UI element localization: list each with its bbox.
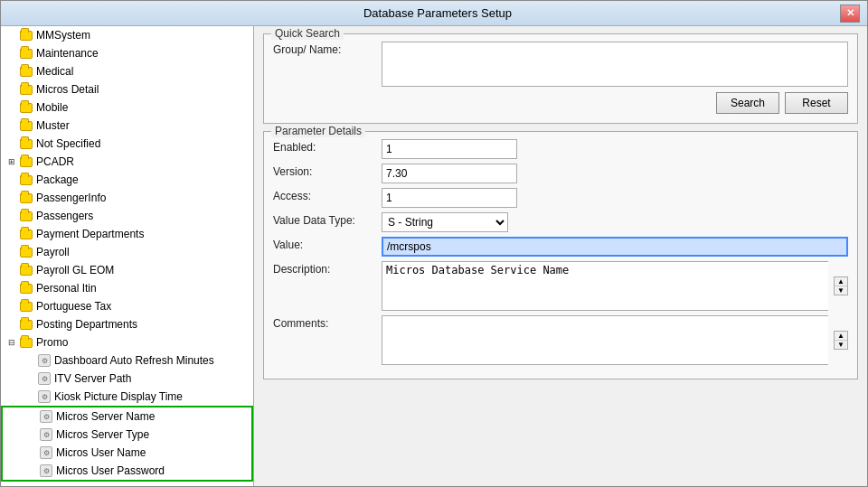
folder-icon-muster	[19, 118, 33, 133]
value-control	[382, 237, 848, 257]
tree-item-microsservername[interactable]: Micros Server Name	[3, 407, 251, 426]
parameter-details-title: Parameter Details	[271, 125, 365, 137]
value-data-type-label: Value Data Type:	[273, 212, 382, 227]
tree-item-muster[interactable]: Muster	[1, 117, 253, 135]
tree-item-microsservertype[interactable]: Micros Server Type	[3, 426, 251, 444]
expander-microsservertype	[24, 427, 39, 442]
comments-textarea[interactable]	[382, 315, 828, 365]
expander-pcadr[interactable]: ⊞	[5, 155, 19, 169]
tree-label-microsservername: Micros Server Name	[56, 410, 155, 423]
expander-dashboardautorefresh	[23, 353, 37, 368]
group-name-input[interactable]	[382, 42, 848, 87]
tree-label-microsdetail: Micros Detail	[36, 83, 99, 96]
access-label: Access:	[273, 188, 382, 202]
tree-label-mmsystem: MMSystem	[36, 29, 90, 42]
tree-label-dashboardautorefresh: Dashboard Auto Refresh Minutes	[54, 354, 214, 367]
tree-label-kioskpicturedisplaytime: Kiosk Picture Display Time	[54, 390, 183, 403]
description-label: Description:	[273, 261, 382, 276]
tree-label-microsservertype: Micros Server Type	[56, 428, 149, 441]
version-input[interactable]	[382, 164, 517, 183]
description-textarea[interactable]: Micros Database Service Name	[382, 261, 828, 311]
close-button[interactable]: ✕	[840, 5, 860, 23]
tree-label-mobile: Mobile	[36, 101, 68, 114]
expander-mmsystem	[5, 28, 19, 42]
tree-label-payroll: Payroll	[36, 246, 70, 258]
version-control	[382, 164, 848, 183]
folder-icon-maintenance	[19, 46, 33, 61]
tree-item-maintenance[interactable]: Maintenance	[1, 44, 253, 62]
expander-kioskpicturedisplaytime	[23, 389, 37, 404]
folder-icon-package	[19, 173, 33, 187]
comments-label: Comments:	[273, 315, 382, 330]
description-scroll-down[interactable]: ▼	[835, 286, 847, 295]
comments-scroll-up[interactable]: ▲	[835, 332, 847, 341]
enabled-input[interactable]	[382, 139, 517, 159]
expander-package	[5, 173, 19, 187]
tree-item-mobile[interactable]: Mobile	[1, 98, 253, 117]
expander-personalitin	[5, 281, 19, 295]
tree-item-notspecified[interactable]: Not Specified	[1, 135, 253, 153]
expander-postingdepartments	[5, 317, 19, 332]
tree-item-itvserverpath[interactable]: ITV Server Path	[1, 370, 253, 388]
folder-icon-postingdepartments	[19, 317, 33, 332]
tree-label-payrollgleom: Payroll GL EOM	[36, 264, 114, 276]
folder-icon-personalitin	[19, 281, 33, 295]
description-scroll-up[interactable]: ▲	[835, 277, 847, 286]
tree-item-postingdepartments[interactable]: Posting Departments	[1, 315, 253, 333]
access-row: Access:	[273, 188, 848, 208]
tree-item-payrollgleom[interactable]: Payroll GL EOM	[1, 261, 253, 279]
tree-item-paymentdepartments[interactable]: Payment Departments	[1, 225, 253, 243]
tree-label-microsuserpassword: Micros User Password	[56, 464, 165, 477]
tree-item-dashboardautorefresh[interactable]: Dashboard Auto Refresh Minutes	[1, 351, 253, 370]
folder-icon-notspecified	[19, 136, 33, 151]
enabled-control	[382, 139, 848, 159]
access-input[interactable]	[382, 188, 517, 208]
folder-icon-paymentdepartments	[19, 227, 33, 241]
tree-item-microsusername[interactable]: Micros User Name	[3, 444, 251, 462]
tree-item-medical[interactable]: Medical	[1, 62, 253, 80]
value-label: Value:	[273, 237, 382, 251]
folder-icon-passengers	[19, 209, 33, 223]
tree-item-kioskpicturedisplaytime[interactable]: Kiosk Picture Display Time	[1, 388, 253, 406]
enabled-row: Enabled:	[273, 139, 848, 159]
title-bar-controls: ✕	[840, 5, 860, 23]
comments-scrollbar: ▲ ▼	[834, 331, 848, 350]
tree-item-package[interactable]: Package	[1, 171, 253, 189]
tree-item-pcadr[interactable]: ⊞PCADR	[1, 153, 253, 171]
quick-search-title: Quick Search	[271, 27, 344, 40]
reset-button[interactable]: Reset	[785, 92, 848, 114]
comments-row: Comments: ▲ ▼	[273, 315, 848, 365]
description-row: Description: Micros Database Service Nam…	[273, 261, 848, 311]
leaf-icon-microsservername	[39, 409, 53, 424]
tree-item-passengerinfo[interactable]: PassengerInfo	[1, 189, 253, 207]
search-button[interactable]: Search	[716, 92, 779, 114]
tree-item-payroll[interactable]: Payroll	[1, 243, 253, 261]
leaf-icon-itvserverpath	[37, 371, 52, 386]
tree-item-promo[interactable]: ⊟Promo	[1, 333, 253, 351]
expander-passengers	[5, 209, 19, 223]
tree-item-passengers[interactable]: Passengers	[1, 207, 253, 225]
comments-scroll-down[interactable]: ▼	[835, 341, 847, 349]
expander-itvserverpath	[23, 371, 37, 386]
folder-icon-pcadr	[19, 155, 33, 169]
tree-item-personalitin[interactable]: Personal Itin	[1, 279, 253, 297]
folder-icon-mobile	[19, 100, 33, 115]
tree-item-mmsystem[interactable]: MMSystem	[1, 26, 253, 44]
leaf-icon-microsservertype	[39, 427, 53, 442]
tree-item-portuguesetax[interactable]: Portuguese Tax	[1, 297, 253, 315]
value-data-type-select[interactable]: S - String I - Integer B - Boolean	[382, 212, 508, 232]
group-name-row: Group/ Name:	[273, 42, 848, 87]
enabled-label: Enabled:	[273, 139, 382, 154]
value-data-type-control: S - String I - Integer B - Boolean	[382, 212, 848, 232]
leaf-icon-kioskpicturedisplaytime	[37, 389, 52, 404]
folder-icon-payroll	[19, 245, 33, 259]
expander-promo[interactable]: ⊟	[5, 335, 19, 350]
access-control	[382, 188, 848, 208]
tree-item-microsdetail[interactable]: Micros Detail	[1, 80, 253, 98]
tree-label-promo: Promo	[36, 336, 68, 349]
tree-item-microsuserpassword[interactable]: Micros User Password	[3, 462, 251, 480]
leaf-icon-microsuserpassword	[39, 464, 53, 478]
value-input[interactable]	[382, 237, 848, 257]
leaf-icon-microsusername	[39, 445, 53, 460]
highlighted-tree-group: Micros Server NameMicros Server TypeMicr…	[1, 406, 253, 482]
